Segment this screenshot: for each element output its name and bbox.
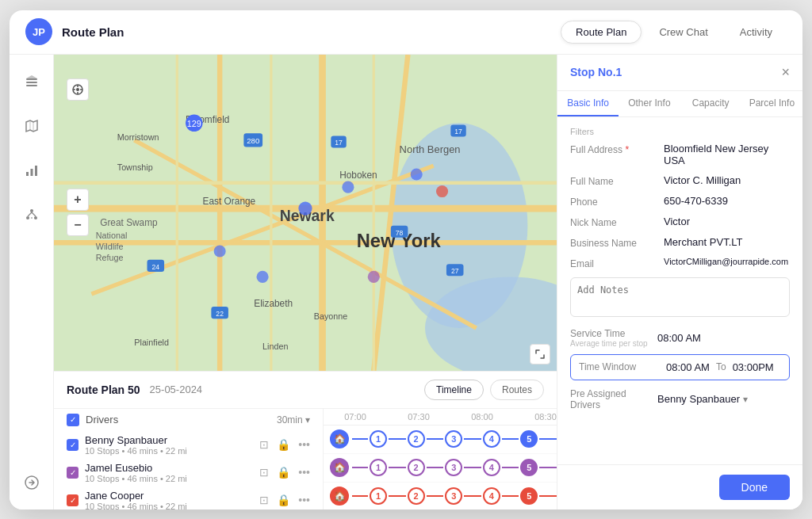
track-0-home: 🏠 bbox=[330, 429, 349, 448]
expand-map-button[interactable] bbox=[530, 344, 550, 364]
phone-value[interactable]: 650-470-6339 bbox=[664, 195, 790, 207]
timeline-view-button[interactable]: Timeline bbox=[424, 380, 484, 400]
page-title: Route Plan bbox=[62, 25, 561, 39]
driver-2-checkbox[interactable]: ✓ bbox=[67, 494, 79, 506]
field-email: Email VictorCMilligan@jourrapide.com bbox=[570, 257, 790, 269]
track-node[interactable]: 4 bbox=[483, 430, 500, 448]
svg-text:National: National bbox=[96, 230, 128, 239]
tab-route-plan[interactable]: Route Plan bbox=[561, 21, 642, 44]
tab-basic-info[interactable]: Basic Info bbox=[557, 91, 619, 116]
service-time-label: Service Time Average time per stop bbox=[570, 328, 657, 348]
route-date: 25-05-2024 bbox=[150, 384, 203, 395]
preassigned-dropdown-icon[interactable]: ▾ bbox=[743, 394, 748, 405]
tab-capacity[interactable]: Capacity bbox=[680, 91, 741, 116]
driver-1-copy-icon[interactable]: ⊡ bbox=[259, 466, 269, 479]
drivers-time[interactable]: 30min ▾ bbox=[277, 414, 310, 426]
track-node[interactable]: 2 bbox=[408, 430, 425, 448]
map-placeholder: Newark New York North Bergen Hoboken Eas… bbox=[54, 55, 557, 371]
filters-label: Filters bbox=[570, 127, 790, 136]
nick-name-value[interactable]: Victor bbox=[664, 216, 790, 227]
tab-crew-chat[interactable]: Crew Chat bbox=[645, 21, 722, 44]
svg-rect-1 bbox=[26, 82, 37, 83]
driver-1-checkbox[interactable]: ✓ bbox=[67, 467, 79, 479]
track-node[interactable]: 5 bbox=[520, 487, 538, 505]
track-node[interactable]: 3 bbox=[445, 459, 462, 476]
routes-view-button[interactable]: Routes bbox=[490, 380, 544, 400]
track-node[interactable]: 4 bbox=[483, 459, 500, 476]
full-name-value[interactable]: Victor C. Milligan bbox=[664, 174, 790, 186]
time-window-from[interactable]: 08:00 AM bbox=[666, 361, 710, 373]
track-node[interactable]: 1 bbox=[370, 459, 387, 476]
driver-2-more-icon[interactable]: ••• bbox=[298, 494, 310, 506]
driver-1-lock-icon[interactable]: 🔒 bbox=[277, 466, 290, 479]
driver-0-meta: 10 Stops • 46 mins • 22 mi bbox=[85, 446, 253, 456]
svg-text:17: 17 bbox=[335, 139, 343, 147]
track-node[interactable]: 4 bbox=[483, 487, 500, 505]
zoom-in-button[interactable]: + bbox=[67, 189, 89, 211]
driver-0-more-icon[interactable]: ••• bbox=[298, 438, 310, 451]
driver-2-info: Jane Cooper 10 Stops • 46 mins • 22 mi bbox=[85, 490, 253, 509]
drivers-header: ✓ Drivers 30min ▾ bbox=[54, 409, 323, 431]
driver-0-info: Benny Spanbauer 10 Stops • 46 mins • 22 … bbox=[85, 434, 253, 456]
track-node[interactable]: 3 bbox=[445, 430, 462, 448]
timeline-area: ✓ Drivers 30min ▾ ✓ Benny Spanbauer 1 bbox=[54, 409, 557, 509]
header-tabs: Route Plan Crew Chat Activity bbox=[561, 21, 787, 44]
track-node[interactable]: 1 bbox=[370, 487, 387, 505]
service-time-row: Service Time Average time per stop 08:00… bbox=[570, 328, 790, 348]
driver-1-more-icon[interactable]: ••• bbox=[298, 466, 310, 479]
panel-title: Stop No.1 bbox=[570, 66, 781, 78]
drivers-checkbox[interactable]: ✓ bbox=[67, 414, 79, 426]
driver-2-meta: 10 Stops • 46 mins • 22 mi bbox=[85, 502, 253, 509]
chart-icon[interactable] bbox=[17, 156, 46, 185]
bottom-header: Route Plan 50 25-05-2024 Timeline Routes bbox=[54, 372, 557, 409]
track-2-nodes: 1 2 3 4 5 bbox=[352, 487, 557, 505]
driver-0-lock-icon[interactable]: 🔒 bbox=[277, 438, 290, 451]
tab-other-info[interactable]: Other Info bbox=[619, 91, 680, 116]
done-button[interactable]: Done bbox=[719, 475, 790, 500]
route-plan-label: Route Plan 50 bbox=[67, 384, 140, 396]
svg-text:Refuge: Refuge bbox=[96, 252, 124, 261]
preassigned-value[interactable]: Benny Spanbauer bbox=[657, 393, 740, 405]
layers-icon[interactable] bbox=[17, 67, 46, 96]
panel-footer: Done bbox=[557, 464, 802, 509]
full-address-label: Full Address * bbox=[570, 143, 657, 155]
close-button[interactable]: × bbox=[781, 64, 790, 81]
map-icon[interactable] bbox=[17, 112, 46, 140]
tab-parcel-info[interactable]: Parcel Info bbox=[741, 91, 802, 116]
notes-input[interactable] bbox=[570, 277, 790, 317]
service-time-value[interactable]: 08:00 AM bbox=[657, 332, 701, 344]
bottom-panel: Route Plan 50 25-05-2024 Timeline Routes… bbox=[54, 371, 557, 509]
track-node[interactable]: 2 bbox=[408, 487, 425, 505]
tab-activity[interactable]: Activity bbox=[726, 21, 787, 44]
driver-2-actions: ⊡ 🔒 ••• bbox=[259, 494, 310, 506]
track-node[interactable]: 1 bbox=[370, 430, 387, 448]
svg-point-49 bbox=[411, 168, 423, 180]
track-node[interactable]: 2 bbox=[408, 459, 425, 476]
zoom-out-button[interactable]: − bbox=[67, 214, 89, 236]
track-node[interactable]: 5 bbox=[520, 459, 538, 476]
svg-text:17: 17 bbox=[454, 128, 462, 135]
time-window-label: Time Window bbox=[579, 361, 666, 372]
driver-2-lock-icon[interactable]: 🔒 bbox=[277, 494, 290, 506]
email-value[interactable]: VictorCMilligan@jourrapide.com bbox=[664, 257, 790, 266]
track-node[interactable]: 3 bbox=[445, 487, 462, 505]
svg-text:78: 78 bbox=[396, 228, 404, 236]
driver-0-checkbox[interactable]: ✓ bbox=[67, 439, 79, 451]
driver-1-meta: 10 Stops • 46 mins • 22 mi bbox=[85, 474, 253, 483]
driver-2-copy-icon[interactable]: ⊡ bbox=[259, 494, 269, 506]
map-crosshair[interactable] bbox=[67, 78, 89, 101]
time-0730: 07:30 bbox=[387, 412, 450, 422]
full-address-value[interactable]: Bloomfield New Jersey USA bbox=[664, 143, 790, 166]
business-name-value[interactable]: Merchant PVT.LT bbox=[664, 236, 790, 248]
time-window-to[interactable]: 03:00PM bbox=[733, 361, 774, 373]
timeline-tracks: 07:00 07:30 08:00 08:30 🏠 1 bbox=[324, 409, 557, 509]
drivers-label: Drivers bbox=[86, 414, 270, 426]
track-node[interactable]: 5 bbox=[520, 430, 538, 448]
map-zoom-controls: + − bbox=[67, 189, 89, 236]
expand-icon[interactable] bbox=[17, 468, 46, 497]
right-panel: Stop No.1 × Basic Info Other Info Capaci… bbox=[557, 55, 802, 509]
driver-1-actions: ⊡ 🔒 ••• bbox=[259, 466, 310, 479]
org-icon[interactable] bbox=[17, 200, 46, 229]
svg-point-52 bbox=[368, 270, 380, 282]
driver-0-copy-icon[interactable]: ⊡ bbox=[259, 438, 269, 451]
